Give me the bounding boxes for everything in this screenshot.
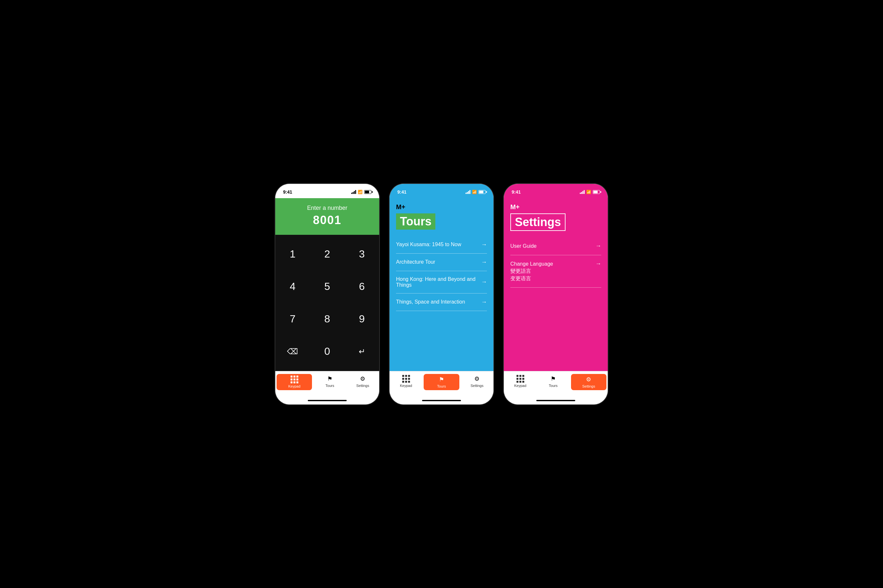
status-icons-1: 📶 <box>351 190 372 194</box>
key-8[interactable]: 8 <box>310 303 345 335</box>
key-4[interactable]: 4 <box>275 270 310 303</box>
key-0[interactable]: 0 <box>310 335 345 368</box>
tours-flag-icon-1: ⚑ <box>327 375 332 382</box>
keypad-header: Enter a number 8001 <box>275 198 379 235</box>
home-bar-3 <box>536 400 575 401</box>
settings-title: Settings <box>510 213 566 231</box>
tours-header: M+ Tours <box>390 198 493 236</box>
settings-gear-icon-2: ⚙ <box>474 375 480 382</box>
time-2: 9:41 <box>397 189 406 195</box>
tab-settings-label-2: Settings <box>470 384 483 388</box>
status-bar-3: 9:41 📶 <box>504 184 608 198</box>
settings-gear-icon-1: ⚙ <box>360 375 365 382</box>
key-5[interactable]: 5 <box>310 270 345 303</box>
tab-keypad-label-1: Keypad <box>288 384 300 388</box>
tour-arrow-4: → <box>481 299 487 306</box>
tab-tours-label-1: Tours <box>326 384 334 388</box>
battery-icon-1 <box>364 190 372 194</box>
battery-icon-2 <box>478 190 486 194</box>
mplus-logo-3: M+ <box>510 203 601 211</box>
tab-settings-1[interactable]: ⚙ Settings <box>346 374 379 390</box>
tab-settings-2[interactable]: ⚙ Settings <box>461 374 493 390</box>
settings-item-1[interactable]: User Guide → <box>510 237 601 255</box>
home-indicator-1 <box>275 397 379 404</box>
key-7[interactable]: 7 <box>275 303 310 335</box>
tab-settings-label-1: Settings <box>356 384 369 388</box>
key-3[interactable]: 3 <box>344 238 379 270</box>
signal-icon-1 <box>351 190 356 194</box>
time-3: 9:41 <box>511 189 521 195</box>
enter-label: Enter a number <box>282 205 373 212</box>
phones-container: 9:41 📶 Enter a number 8001 1 2 3 <box>275 184 608 404</box>
wifi-icon-1: 📶 <box>358 190 363 194</box>
tour-item-4[interactable]: Things, Space and Interaction → <box>396 294 487 311</box>
settings-gear-icon-3: ⚙ <box>586 376 591 383</box>
key-enter[interactable]: ↵ <box>344 335 379 368</box>
tour-item-2[interactable]: Architecture Tour → <box>396 254 487 271</box>
keypad-icon-1 <box>291 376 298 383</box>
phone-keypad: 9:41 📶 Enter a number 8001 1 2 3 <box>275 184 379 404</box>
key-6[interactable]: 6 <box>344 270 379 303</box>
tab-keypad-2[interactable]: Keypad <box>390 374 422 390</box>
status-bar-1: 9:41 📶 <box>275 184 379 198</box>
key-1[interactable]: 1 <box>275 238 310 270</box>
settings-item-2[interactable]: Change Language變更語言变更语言 → <box>510 255 601 288</box>
tour-label-3: Hong Kong: Here and Beyond and Things <box>396 276 481 288</box>
tours-flag-icon-2: ⚑ <box>439 376 444 383</box>
status-icons-2: 📶 <box>466 190 486 194</box>
wifi-icon-3: 📶 <box>586 190 591 194</box>
tour-label-2: Architecture Tour <box>396 259 435 265</box>
keypad-grid: 1 2 3 4 5 6 7 8 9 ⌫ 0 ↵ <box>275 235 379 371</box>
tour-arrow-3: → <box>481 279 487 285</box>
settings-label-2: Change Language變更語言变更语言 <box>510 260 592 282</box>
tour-arrow-1: → <box>481 241 487 248</box>
tab-tours-label-2: Tours <box>437 384 446 388</box>
tours-title: Tours <box>396 213 435 230</box>
time-1: 9:41 <box>283 189 292 195</box>
keypad-icon-2 <box>403 375 410 382</box>
tab-keypad-3[interactable]: Keypad <box>504 374 537 390</box>
tab-bar-3: Keypad ⚑ Tours ⚙ Settings <box>504 371 608 397</box>
home-indicator-2 <box>390 397 493 404</box>
signal-icon-3 <box>580 190 585 194</box>
status-icons-3: 📶 <box>580 190 600 194</box>
home-bar-2 <box>422 400 461 401</box>
tab-settings-3[interactable]: ⚙ Settings <box>571 374 606 390</box>
tour-item-1[interactable]: Yayoi Kusama: 1945 to Now → <box>396 236 487 254</box>
number-display: 8001 <box>282 213 373 227</box>
tab-tours-2[interactable]: ⚑ Tours <box>424 374 459 390</box>
key-2[interactable]: 2 <box>310 238 345 270</box>
key-backspace[interactable]: ⌫ <box>275 335 310 368</box>
tour-label-4: Things, Space and Interaction <box>396 299 465 305</box>
signal-icon-2 <box>466 190 470 194</box>
tab-tours-label-3: Tours <box>549 384 558 388</box>
tab-bar-2: Keypad ⚑ Tours ⚙ Settings <box>390 371 493 397</box>
tab-keypad-label-3: Keypad <box>514 384 526 388</box>
tab-tours-1[interactable]: ⚑ Tours <box>313 374 346 390</box>
phone-tours: 9:41 📶 M+ Tours Yayoi Kusama: 1945 to <box>390 184 493 404</box>
settings-arrow-1: → <box>596 243 601 249</box>
settings-label-1: User Guide <box>510 243 592 250</box>
status-bar-2: 9:41 📶 <box>390 184 493 198</box>
tour-arrow-2: → <box>481 259 487 266</box>
tab-keypad-1[interactable]: Keypad <box>277 374 312 390</box>
settings-header: M+ Settings <box>504 198 608 237</box>
settings-arrow-2: → <box>596 260 601 267</box>
settings-list: User Guide → Change Language變更語言变更语言 → <box>504 237 608 371</box>
phone-settings: 9:41 📶 M+ Settings User Guide <box>504 184 608 404</box>
tab-tours-3[interactable]: ⚑ Tours <box>537 374 569 390</box>
keypad-icon-3 <box>517 375 524 382</box>
tour-item-3[interactable]: Hong Kong: Here and Beyond and Things → <box>396 271 487 294</box>
wifi-icon-2: 📶 <box>472 190 477 194</box>
home-indicator-3 <box>504 397 608 404</box>
tab-settings-label-3: Settings <box>582 384 595 388</box>
tab-bar-1: Keypad ⚑ Tours ⚙ Settings <box>275 371 379 397</box>
tours-list: Yayoi Kusama: 1945 to Now → Architecture… <box>390 236 493 371</box>
tab-keypad-label-2: Keypad <box>400 384 412 388</box>
home-bar-1 <box>308 400 347 401</box>
key-9[interactable]: 9 <box>344 303 379 335</box>
mplus-logo-2: M+ <box>396 203 487 211</box>
tour-label-1: Yayoi Kusama: 1945 to Now <box>396 242 461 248</box>
battery-icon-3 <box>593 190 600 194</box>
tours-flag-icon-3: ⚑ <box>551 375 556 382</box>
